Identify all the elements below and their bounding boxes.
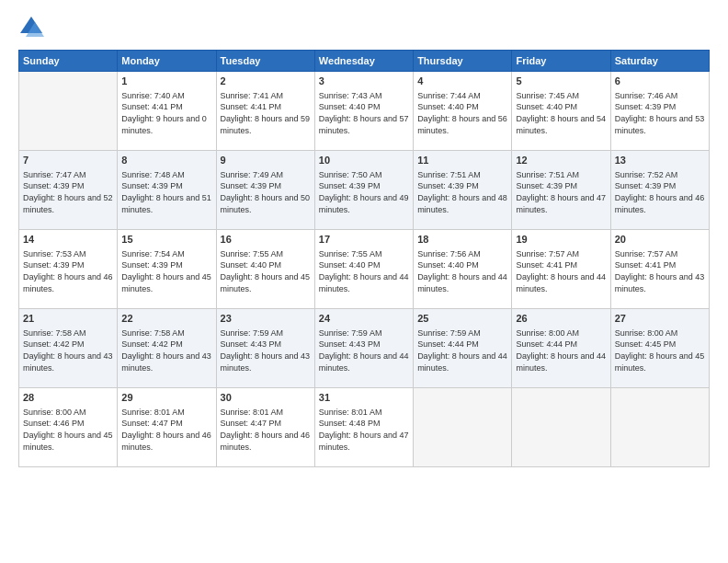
day-number: 30 [221,391,311,405]
day-number: 13 [615,154,705,167]
day-info: Sunrise: 7:58 AMSunset: 4:42 PMDaylight:… [121,327,211,373]
day-number: 6 [615,75,705,88]
weekday-header-monday: Monday [118,51,216,72]
calendar-cell [610,388,709,467]
day-info: Sunrise: 7:49 AMSunset: 4:39 PMDaylight:… [221,169,311,215]
day-info: Sunrise: 7:59 AMSunset: 4:43 PMDaylight:… [319,327,409,373]
weekday-header-friday: Friday [512,51,610,72]
day-info: Sunrise: 7:56 AMSunset: 4:40 PMDaylight:… [417,248,507,294]
weekday-header-wednesday: Wednesday [314,51,413,72]
calendar-cell: 6Sunrise: 7:46 AMSunset: 4:39 PMDaylight… [610,72,709,151]
day-number: 10 [319,154,409,167]
week-row-3: 14Sunrise: 7:53 AMSunset: 4:39 PMDayligh… [19,230,710,309]
day-info: Sunrise: 7:52 AMSunset: 4:39 PMDaylight:… [615,169,705,215]
day-info: Sunrise: 7:58 AMSunset: 4:42 PMDaylight:… [23,327,113,373]
calendar-cell: 25Sunrise: 7:59 AMSunset: 4:44 PMDayligh… [414,309,512,388]
calendar-cell [19,72,118,151]
day-info: Sunrise: 8:01 AMSunset: 4:47 PMDaylight:… [121,407,211,453]
calendar-cell: 13Sunrise: 7:52 AMSunset: 4:39 PMDayligh… [610,151,709,230]
calendar-cell: 27Sunrise: 8:00 AMSunset: 4:45 PMDayligh… [610,309,709,388]
weekday-header-row: SundayMondayTuesdayWednesdayThursdayFrid… [19,51,710,72]
calendar-cell: 23Sunrise: 7:59 AMSunset: 4:43 PMDayligh… [216,309,314,388]
day-info: Sunrise: 8:01 AMSunset: 4:48 PMDaylight:… [319,407,409,453]
day-number: 26 [516,312,606,326]
day-number: 21 [23,312,113,326]
logo-icon [18,15,44,40]
day-info: Sunrise: 7:57 AMSunset: 4:41 PMDaylight:… [516,248,606,294]
day-number: 12 [516,154,606,167]
day-number: 19 [516,233,606,247]
day-number: 25 [417,312,507,326]
calendar-cell: 5Sunrise: 7:45 AMSunset: 4:40 PMDaylight… [512,72,610,151]
day-number: 23 [221,312,311,326]
day-info: Sunrise: 7:45 AMSunset: 4:40 PMDaylight:… [516,90,606,136]
day-number: 31 [319,391,409,405]
day-info: Sunrise: 7:46 AMSunset: 4:39 PMDaylight:… [615,90,705,136]
day-info: Sunrise: 7:57 AMSunset: 4:41 PMDaylight:… [615,248,705,294]
day-number: 4 [417,75,507,88]
day-info: Sunrise: 7:59 AMSunset: 4:44 PMDaylight:… [417,327,507,373]
day-info: Sunrise: 7:48 AMSunset: 4:39 PMDaylight:… [121,169,211,215]
day-info: Sunrise: 7:55 AMSunset: 4:40 PMDaylight:… [221,248,311,294]
day-number: 15 [121,233,211,247]
day-info: Sunrise: 8:00 AMSunset: 4:44 PMDaylight:… [516,327,606,373]
calendar-cell: 14Sunrise: 7:53 AMSunset: 4:39 PMDayligh… [19,230,118,309]
day-number: 11 [417,154,507,167]
week-row-1: 1Sunrise: 7:40 AMSunset: 4:41 PMDaylight… [19,72,710,151]
day-info: Sunrise: 7:43 AMSunset: 4:40 PMDaylight:… [319,90,409,136]
calendar-cell: 18Sunrise: 7:56 AMSunset: 4:40 PMDayligh… [414,230,512,309]
calendar-cell: 28Sunrise: 8:00 AMSunset: 4:46 PMDayligh… [19,388,118,467]
calendar-table: SundayMondayTuesdayWednesdayThursdayFrid… [18,50,710,467]
calendar-cell: 7Sunrise: 7:47 AMSunset: 4:39 PMDaylight… [19,151,118,230]
day-info: Sunrise: 7:59 AMSunset: 4:43 PMDaylight:… [221,327,311,373]
calendar-cell: 30Sunrise: 8:01 AMSunset: 4:47 PMDayligh… [216,388,314,467]
calendar-cell: 19Sunrise: 7:57 AMSunset: 4:41 PMDayligh… [512,230,610,309]
day-number: 2 [221,75,311,88]
day-info: Sunrise: 7:44 AMSunset: 4:40 PMDaylight:… [417,90,507,136]
calendar-cell: 12Sunrise: 7:51 AMSunset: 4:39 PMDayligh… [512,151,610,230]
calendar-cell: 17Sunrise: 7:55 AMSunset: 4:40 PMDayligh… [314,230,413,309]
calendar-cell: 26Sunrise: 8:00 AMSunset: 4:44 PMDayligh… [512,309,610,388]
logo [18,15,48,40]
calendar-cell: 24Sunrise: 7:59 AMSunset: 4:43 PMDayligh… [314,309,413,388]
day-number: 17 [319,233,409,247]
day-info: Sunrise: 7:51 AMSunset: 4:39 PMDaylight:… [516,169,606,215]
day-number: 20 [615,233,705,247]
day-number: 5 [516,75,606,88]
day-info: Sunrise: 7:47 AMSunset: 4:39 PMDaylight:… [23,169,113,215]
calendar-cell: 4Sunrise: 7:44 AMSunset: 4:40 PMDaylight… [414,72,512,151]
day-number: 7 [23,154,113,167]
day-number: 28 [23,391,113,405]
day-info: Sunrise: 7:40 AMSunset: 4:41 PMDaylight:… [121,90,211,136]
day-info: Sunrise: 8:01 AMSunset: 4:47 PMDaylight:… [221,407,311,453]
header [18,15,710,40]
week-row-4: 21Sunrise: 7:58 AMSunset: 4:42 PMDayligh… [19,309,710,388]
weekday-header-tuesday: Tuesday [216,51,314,72]
day-number: 29 [121,391,211,405]
weekday-header-sunday: Sunday [19,51,118,72]
day-info: Sunrise: 7:41 AMSunset: 4:41 PMDaylight:… [221,90,311,136]
calendar-cell: 20Sunrise: 7:57 AMSunset: 4:41 PMDayligh… [610,230,709,309]
week-row-5: 28Sunrise: 8:00 AMSunset: 4:46 PMDayligh… [19,388,710,467]
day-info: Sunrise: 7:51 AMSunset: 4:39 PMDaylight:… [417,169,507,215]
day-number: 27 [615,312,705,326]
calendar-cell: 16Sunrise: 7:55 AMSunset: 4:40 PMDayligh… [216,230,314,309]
calendar-cell [512,388,610,467]
day-info: Sunrise: 7:54 AMSunset: 4:39 PMDaylight:… [121,248,211,294]
page: SundayMondayTuesdayWednesdayThursdayFrid… [0,0,728,563]
day-number: 16 [221,233,311,247]
calendar-cell: 2Sunrise: 7:41 AMSunset: 4:41 PMDaylight… [216,72,314,151]
day-number: 18 [417,233,507,247]
calendar-cell: 21Sunrise: 7:58 AMSunset: 4:42 PMDayligh… [19,309,118,388]
day-number: 3 [319,75,409,88]
day-number: 1 [121,75,211,88]
day-number: 14 [23,233,113,247]
calendar-cell [414,388,512,467]
day-info: Sunrise: 8:00 AMSunset: 4:46 PMDaylight:… [23,407,113,453]
day-number: 22 [121,312,211,326]
day-info: Sunrise: 7:55 AMSunset: 4:40 PMDaylight:… [319,248,409,294]
day-number: 8 [121,154,211,167]
calendar-cell: 9Sunrise: 7:49 AMSunset: 4:39 PMDaylight… [216,151,314,230]
calendar-cell: 22Sunrise: 7:58 AMSunset: 4:42 PMDayligh… [118,309,216,388]
calendar-cell: 10Sunrise: 7:50 AMSunset: 4:39 PMDayligh… [314,151,413,230]
